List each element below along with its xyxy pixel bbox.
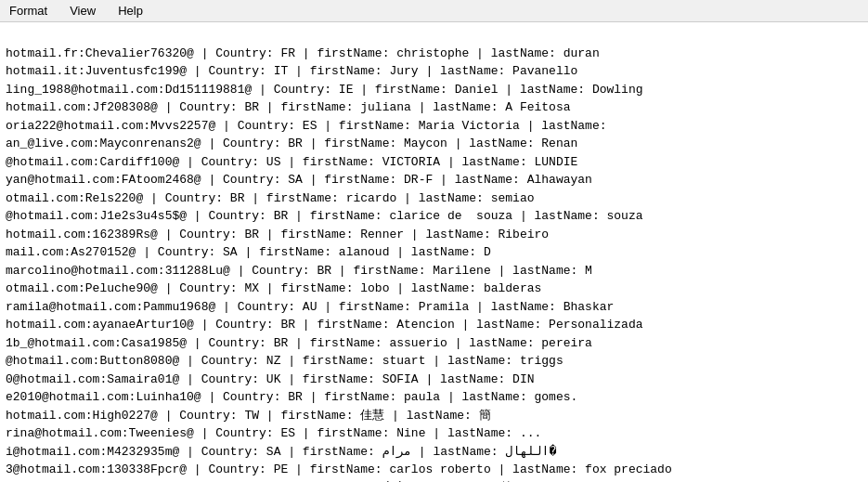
text-line: 0@hotmail.com:Samaira01@ | Country: UK |… [6,371,862,389]
text-line: hotmail.fr:Chevalier76320@ | Country: FR… [6,45,862,63]
menu-view[interactable]: View [64,2,101,20]
text-line: hotmail.com:162389Rs@ | Country: BR | fi… [6,226,862,244]
text-line: hotmail.com:ayanaeArtur10@ | Country: BR… [6,316,862,334]
menu-format[interactable]: Format [4,2,53,20]
text-line: @hotmail.com:Button8080@ | Country: NZ |… [6,352,862,371]
text-line: hotmail.com:Jf208308@ | Country: BR | fi… [6,98,862,117]
text-line: 3@hotmail.com:130338Fpcr@ | Country: PE … [6,461,862,479]
text-line: hotmail.com:High0227@ | Country: TW | fi… [6,407,862,425]
text-line: rina@hotmail.com:Tweenies@ | Country: ES… [6,424,862,443]
text-line: hotmail.it:Juventusfc199@ | Country: IT … [6,62,862,81]
text-line: @hotmail.com:Cardiff100@ | Country: US |… [6,153,862,172]
text-line: i@hotmail.com:M4232935m@ | Country: SA |… [6,443,862,462]
text-line: e2010@hotmail.com:Luinha10@ | Country: B… [6,388,862,407]
text-line: marcolino@hotmail.com:311288Lu@ | Countr… [6,262,862,280]
menu-help[interactable]: Help [112,2,149,20]
text-line: yan@hotmail.com:FAtoom2468@ | Country: S… [6,171,862,189]
content-area: hotmail.fr:Chevalier76320@ | Country: FR… [0,22,868,482]
text-line: @hotmail.com:J1e2s3u4s5$@ | Country: BR … [6,207,862,226]
text-line: otmail.com:Peluche90@ | Country: MX | fi… [6,280,862,298]
text-line: mail.com:As270152@ | Country: SA | first… [6,243,862,262]
text-line: an_@live.com:Mayconrenans2@ | Country: B… [6,135,862,153]
text-line: otmail.com:Rels220@ | Country: BR | firs… [6,189,862,208]
text-line: ling_1988@hotmail.com:Dd151119881@ | Cou… [6,81,862,99]
text-line: 1b_@hotmail.com:Casa1985@ | Country: BR … [6,334,862,353]
menu-bar: Format View Help [0,0,868,22]
text-line: oria222@hotmail.com:Mvvs2257@ | Country:… [6,117,862,136]
text-line: ramila@hotmail.com:Pammu1968@ | Country:… [6,298,862,317]
text-line: w@hotmail.com:a93080051@ | Country: TW |… [6,479,862,483]
